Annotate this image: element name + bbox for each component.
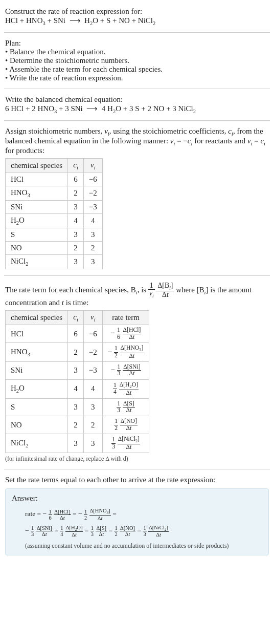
- rate-term-section: The rate term for each chemical species,…: [4, 278, 270, 467]
- cell-species: H2O: [6, 214, 68, 228]
- balanced-equation: 6 HCl + 2 HNO3 + 3 SNi ⟶ 4 H2O + 3 S + 2…: [5, 104, 269, 114]
- cell-rate-term: 12 Δ[NO]Δt: [102, 416, 149, 434]
- cell-vi: −2: [83, 342, 102, 361]
- separator: [4, 275, 270, 276]
- plan-item: Determine the stoichiometric numbers.: [5, 56, 269, 65]
- cell-ci: 3: [68, 201, 84, 214]
- balanced-section: Write the balanced chemical equation: 6 …: [4, 91, 270, 118]
- table-row: HCl 6 −6: [6, 173, 103, 186]
- assign-section: Assign stoichiometric numbers, νi, using…: [4, 123, 270, 273]
- cell-ci: 2: [68, 342, 84, 361]
- cell-species: NiCl2: [6, 434, 68, 453]
- col-rate-term: rate term: [102, 311, 149, 325]
- col-species: chemical species: [6, 159, 68, 173]
- cell-vi: −3: [83, 362, 102, 380]
- prompt-equation: HCl + HNO3 + SNi ⟶ H2O + S + NO + NiCl2: [5, 16, 269, 26]
- cell-vi: 3: [83, 398, 102, 416]
- separator: [4, 120, 270, 121]
- cell-ci: 6: [68, 173, 84, 186]
- balanced-label: Write the balanced chemical equation:: [5, 95, 269, 104]
- cell-ci: 3: [68, 398, 84, 416]
- col-ci: ci: [68, 311, 84, 325]
- assign-text: Assign stoichiometric numbers, νi, using…: [5, 127, 269, 155]
- cell-ci: 4: [68, 214, 84, 228]
- cell-species: SNi: [6, 362, 68, 380]
- cell-species: NO: [6, 416, 68, 434]
- plan-item: Write the rate of reaction expression.: [5, 74, 269, 82]
- col-species: chemical species: [6, 311, 68, 325]
- cell-species: HCl: [6, 325, 68, 343]
- cell-ci: 3: [68, 434, 84, 453]
- cell-vi: 4: [83, 214, 102, 228]
- table-row: HCl 6 −6 − 16 Δ[HCl]Δt: [6, 325, 149, 343]
- document-root: Construct the rate of reaction expressio…: [0, 0, 274, 565]
- answer-label: Answer:: [12, 494, 262, 503]
- plan-item: Balance the chemical equation.: [5, 48, 269, 56]
- answer-line1: rate = − 16 Δ[HCl]Δt = − 12 Δ[HNO3]Δt =: [25, 506, 262, 522]
- separator: [4, 89, 270, 89]
- plan-list: Balance the chemical equation. Determine…: [5, 48, 269, 82]
- separator: [4, 469, 270, 469]
- table-row: NO 2 2: [6, 242, 103, 255]
- answer-assumption: (assuming constant volume and no accumul…: [25, 542, 262, 550]
- table-row: S 3 3 13 Δ[S]Δt: [6, 398, 149, 416]
- cell-rate-term: 14 Δ[H2O]Δt: [102, 379, 149, 398]
- cell-ci: 6: [68, 325, 84, 343]
- cell-vi: 3: [83, 228, 102, 242]
- table-row: H2O 4 4: [6, 214, 103, 228]
- table-row: S 3 3: [6, 228, 103, 242]
- table-row: HNO3 2 −2: [6, 186, 103, 201]
- rate-term-table: chemical species ci νi rate term HCl 6 −…: [5, 310, 149, 453]
- answer-expression: rate = − 16 Δ[HCl]Δt = − 12 Δ[HNO3]Δt = …: [25, 506, 262, 539]
- table-row: NiCl2 3 3 13 Δ[NiCl2]Δt: [6, 434, 149, 453]
- prompt-section: Construct the rate of reaction expressio…: [4, 3, 270, 30]
- cell-vi: 2: [83, 242, 102, 255]
- rate-table-footnote: (for infinitesimal rate of change, repla…: [5, 455, 269, 463]
- cell-ci: 2: [68, 186, 84, 201]
- cell-species: HNO3: [6, 342, 68, 361]
- cell-species: S: [6, 398, 68, 416]
- table-row: NiCl2 3 3: [6, 255, 103, 269]
- cell-ci: 3: [68, 228, 84, 242]
- col-vi: νi: [83, 159, 102, 173]
- table-row: NO 2 2 12 Δ[NO]Δt: [6, 416, 149, 434]
- col-vi: νi: [83, 311, 102, 325]
- cell-ci: 4: [68, 379, 84, 398]
- cell-vi: −3: [83, 201, 102, 214]
- cell-species: NO: [6, 242, 68, 255]
- rate-intro: The rate term for each chemical species,…: [5, 282, 269, 307]
- stoich-table: chemical species ci νi HCl 6 −6 HNO3 2 −…: [5, 158, 103, 269]
- cell-rate-term: 13 Δ[S]Δt: [102, 398, 149, 416]
- plan-section: Plan: Balance the chemical equation. Det…: [4, 35, 270, 87]
- set-equal-section: Set the rate terms equal to each other t…: [4, 471, 270, 560]
- separator: [4, 32, 270, 33]
- rate-table-body: HCl 6 −6 − 16 Δ[HCl]Δt HNO3 2 −2 − 12 Δ[…: [6, 325, 149, 453]
- plan-item: Assemble the rate term for each chemical…: [5, 65, 269, 74]
- cell-rate-term: − 16 Δ[HCl]Δt: [102, 325, 149, 343]
- cell-species: SNi: [6, 201, 68, 214]
- cell-species: H2O: [6, 379, 68, 398]
- table-row: HNO3 2 −2 − 12 Δ[HNO3]Δt: [6, 342, 149, 361]
- cell-vi: −2: [83, 186, 102, 201]
- table-row: SNi 3 −3: [6, 201, 103, 214]
- cell-species: HCl: [6, 173, 68, 186]
- col-ci: ci: [68, 159, 84, 173]
- cell-vi: −6: [83, 325, 102, 343]
- prompt-title: Construct the rate of reaction expressio…: [5, 7, 269, 16]
- cell-ci: 3: [68, 255, 84, 269]
- cell-rate-term: 13 Δ[NiCl2]Δt: [102, 434, 149, 453]
- cell-ci: 2: [68, 242, 84, 255]
- cell-vi: −6: [83, 173, 102, 186]
- rate-intro-before: The rate term for each chemical species,…: [5, 286, 148, 294]
- cell-species: S: [6, 228, 68, 242]
- cell-ci: 2: [68, 416, 84, 434]
- cell-vi: 4: [83, 379, 102, 398]
- cell-species: HNO3: [6, 186, 68, 201]
- table-row: SNi 3 −3 − 13 Δ[SNi]Δt: [6, 362, 149, 380]
- cell-vi: 3: [83, 255, 102, 269]
- table-row: H2O 4 4 14 Δ[H2O]Δt: [6, 379, 149, 398]
- cell-vi: 3: [83, 434, 102, 453]
- set-equal-text: Set the rate terms equal to each other t…: [5, 476, 269, 484]
- answer-box: Answer: rate = − 16 Δ[HCl]Δt = − 12 Δ[HN…: [5, 488, 269, 555]
- cell-rate-term: − 12 Δ[HNO3]Δt: [102, 342, 149, 361]
